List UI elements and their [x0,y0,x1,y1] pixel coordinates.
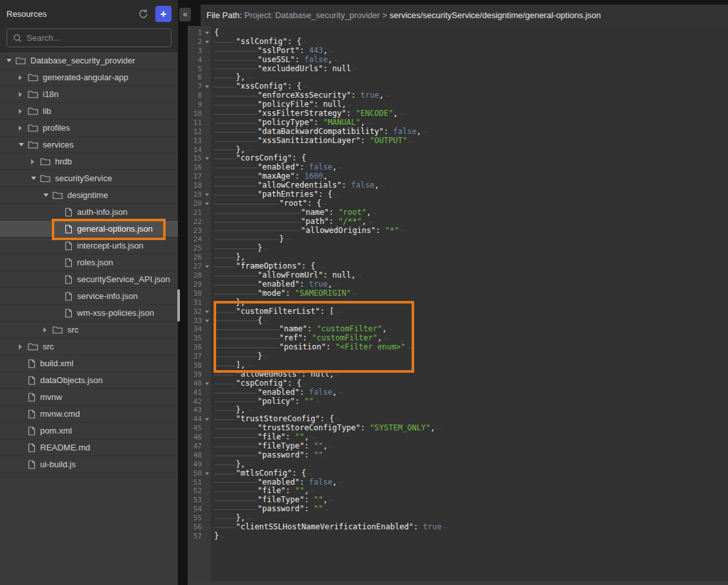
fold-arrow-icon[interactable] [205,41,209,43]
caret-right-icon[interactable] [43,327,52,333]
code-line[interactable]: 32"customFilterList": [ [188,307,728,316]
code-line[interactable]: 28"allowFromUrl": null, [188,271,728,280]
caret-right-icon[interactable] [19,75,28,80]
code-line[interactable]: 46"file": "", [188,433,728,442]
code-line[interactable]: 24} [188,235,728,244]
code-line[interactable]: 31}, [188,298,728,307]
tree-file-pom.xml[interactable]: pom.xml [0,423,178,439]
tree-folder-lib[interactable]: lib [0,103,178,120]
tree-file-wm-xss-policies.json[interactable]: wm-xss-policies.json [0,305,178,322]
tree-file-dataObjects.json[interactable]: dataObjects.json [0,372,178,389]
code-line[interactable]: 19"pathEntries": { [188,190,728,199]
code-line[interactable]: 41"enabled": false, [188,388,728,397]
code-line[interactable]: 11"policyType": "MANUAL", [188,118,728,127]
code-line[interactable]: 23"allowedOrigins": "*" [188,226,728,236]
caret-down-icon[interactable] [31,177,40,180]
caret-right-icon[interactable] [31,159,40,164]
fold-arrow-icon[interactable] [205,382,209,385]
search-box[interactable] [6,28,171,47]
code-line[interactable]: 50"mtlsConfig": { [188,469,728,478]
code-line[interactable]: 7"xssConfig": { [188,82,728,91]
tree-folder-src[interactable]: src [0,322,178,338]
fold-arrow-icon[interactable] [205,203,209,205]
code-line[interactable]: 9"policyFile": null, [188,100,728,109]
search-input[interactable] [27,33,165,43]
code-line[interactable]: 17"maxAge": 1600, [188,172,728,181]
tree-file-service-info.json[interactable]: service-info.json [0,288,178,305]
fold-arrow-icon[interactable] [205,85,209,88]
fold-arrow-icon[interactable] [205,193,209,196]
caret-right-icon[interactable] [19,344,28,349]
fold-arrow-icon[interactable] [205,32,209,34]
code-line[interactable]: 45"trustStoreConfigType": "SYSTEM_ONLY", [188,424,728,433]
code-editor[interactable]: 1{2"sslConfig": {3"sslPort": 443,4"useSS… [188,26,728,585]
tree-folder-designtime[interactable]: designtime [0,187,178,204]
code-line[interactable]: 39"allowedHosts": null, [188,370,728,379]
add-resource-button[interactable]: + [155,6,171,22]
tree-scrollbar-thumb[interactable] [177,289,180,322]
collapse-panel-button[interactable]: « [179,8,191,21]
tree-file-securityService_API.json[interactable]: securityService_API.json [0,271,178,288]
code-line[interactable]: 20"root": { [188,199,728,208]
tree-folder-profiles[interactable]: profiles [0,120,178,137]
code-line[interactable]: 6}, [188,73,728,82]
code-line[interactable]: 51"enabled": false, [188,478,728,487]
code-line[interactable]: 5"excludedUrls": null [188,65,728,74]
fold-arrow-icon[interactable] [205,418,209,421]
fold-arrow-icon[interactable] [205,472,209,475]
code-line[interactable]: 2"sslConfig": { [188,38,728,47]
code-line[interactable]: 29"enabled": true, [188,280,728,289]
tree-folder-Database_security_provider[interactable]: Database_security_provider [0,52,178,69]
code-line[interactable]: 49}, [188,460,728,469]
caret-right-icon[interactable] [19,126,28,131]
code-line[interactable]: 26}, [188,253,728,262]
tree-file-roles.json[interactable]: roles.json [0,254,178,271]
fold-arrow-icon[interactable] [205,320,209,322]
code-line[interactable]: 16"enabled": false, [188,163,728,172]
code-line[interactable]: 35"ref": "customFilter", [188,334,728,343]
caret-right-icon[interactable] [19,92,28,97]
code-line[interactable]: 33{ [188,316,728,326]
tree-folder-hrdb[interactable]: hrdb [0,153,178,170]
fold-arrow-icon[interactable] [205,311,209,313]
code-line[interactable]: 47"fileType": "", [188,442,728,451]
tree-file-mvnw[interactable]: mvnw [0,389,178,406]
code-line[interactable]: 43}, [188,406,728,415]
code-line[interactable]: 4"useSSL": false, [188,56,728,65]
code-line[interactable]: 34"name": "customFilter", [188,325,728,334]
code-line[interactable]: 15"corsConfig": { [188,154,728,163]
code-line[interactable]: 42"policy": "" [188,397,728,406]
tree-file-build.xml[interactable]: build.xml [0,355,178,372]
code-line[interactable]: 13"xssSanitizationLayer": "OUTPUT" [188,137,728,146]
code-line[interactable]: 10"xssFilterStrategy": "ENCODE", [188,109,728,118]
code-line[interactable]: 52"file": "", [188,487,728,496]
code-line[interactable]: 3"sslPort": 443, [188,47,728,56]
caret-down-icon[interactable] [6,59,16,62]
code-line[interactable]: 12"dataBackwardCompatibility": false, [188,127,728,137]
caret-right-icon[interactable] [19,109,28,114]
tree-file-auth-info.json[interactable]: auth-info.json [0,204,178,221]
tree-folder-services[interactable]: services [0,137,178,153]
editor-horizontal-scrollbar[interactable] [188,580,728,585]
tree-file-general-options.json[interactable]: general-options.json [0,221,178,237]
tree-folder-src[interactable]: src [0,338,178,355]
code-line[interactable]: 36"position": "<Filter enum>" [188,343,728,352]
code-line[interactable]: 44"trustStoreConfig": { [188,415,728,424]
code-line[interactable]: 14}, [188,146,728,155]
code-line[interactable]: 55}, [188,514,728,523]
tree-folder-securityService[interactable]: securityService [0,170,178,187]
caret-down-icon[interactable] [43,193,52,197]
code-line[interactable]: 25} [188,244,728,253]
fold-arrow-icon[interactable] [205,265,209,268]
code-line[interactable]: 21"name": "root", [188,208,728,217]
code-line[interactable]: 54"password": "" [188,505,728,514]
code-line[interactable]: 8"enforceXssSecurity": true, [188,91,728,100]
fold-arrow-icon[interactable] [205,157,209,160]
caret-down-icon[interactable] [19,143,28,146]
code-line[interactable]: 48"password": "" [188,451,728,460]
code-line[interactable]: 27"frameOptions": { [188,262,728,271]
tree-file-intercept-urls.json[interactable]: intercept-urls.json [0,237,178,254]
code-line[interactable]: 53"fileType": "", [188,496,728,505]
code-line[interactable]: 57} [188,532,728,541]
tree-file-mvnw.cmd[interactable]: mvnw.cmd [0,406,178,423]
